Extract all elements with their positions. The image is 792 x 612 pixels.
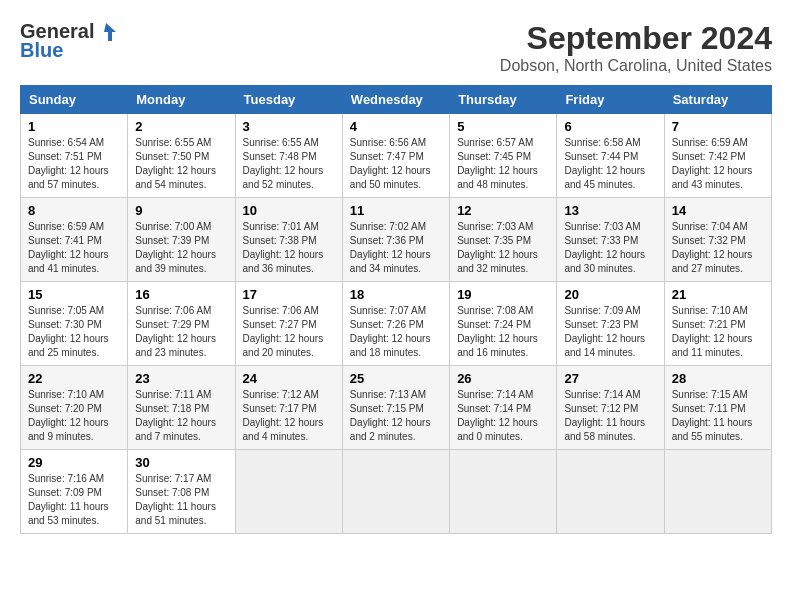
day-detail: Sunrise: 7:13 AMSunset: 7:15 PMDaylight:… — [350, 389, 431, 442]
calendar-cell: 26 Sunrise: 7:14 AMSunset: 7:14 PMDaylig… — [450, 366, 557, 450]
page-title: September 2024 — [500, 20, 772, 57]
day-number: 10 — [243, 203, 335, 218]
day-number: 29 — [28, 455, 120, 470]
logo: General Blue — [20, 20, 118, 62]
page-header: General Blue September 2024 Dobson, Nort… — [20, 20, 772, 75]
calendar-week-1: 1 Sunrise: 6:54 AMSunset: 7:51 PMDayligh… — [21, 114, 772, 198]
calendar-week-5: 29 Sunrise: 7:16 AMSunset: 7:09 PMDaylig… — [21, 450, 772, 534]
day-number: 26 — [457, 371, 549, 386]
day-detail: Sunrise: 7:17 AMSunset: 7:08 PMDaylight:… — [135, 473, 216, 526]
day-detail: Sunrise: 7:09 AMSunset: 7:23 PMDaylight:… — [564, 305, 645, 358]
calendar-table: Sunday Monday Tuesday Wednesday Thursday… — [20, 85, 772, 534]
header-thursday: Thursday — [450, 86, 557, 114]
day-number: 8 — [28, 203, 120, 218]
calendar-cell — [342, 450, 449, 534]
calendar-cell — [450, 450, 557, 534]
day-number: 15 — [28, 287, 120, 302]
calendar-cell: 10 Sunrise: 7:01 AMSunset: 7:38 PMDaylig… — [235, 198, 342, 282]
day-detail: Sunrise: 7:10 AMSunset: 7:21 PMDaylight:… — [672, 305, 753, 358]
calendar-cell: 27 Sunrise: 7:14 AMSunset: 7:12 PMDaylig… — [557, 366, 664, 450]
day-detail: Sunrise: 6:59 AMSunset: 7:42 PMDaylight:… — [672, 137, 753, 190]
logo-arrow-icon — [96, 21, 118, 43]
day-detail: Sunrise: 7:14 AMSunset: 7:14 PMDaylight:… — [457, 389, 538, 442]
day-detail: Sunrise: 7:01 AMSunset: 7:38 PMDaylight:… — [243, 221, 324, 274]
header-friday: Friday — [557, 86, 664, 114]
calendar-cell: 7 Sunrise: 6:59 AMSunset: 7:42 PMDayligh… — [664, 114, 771, 198]
day-detail: Sunrise: 7:08 AMSunset: 7:24 PMDaylight:… — [457, 305, 538, 358]
svg-marker-0 — [104, 23, 116, 41]
day-detail: Sunrise: 6:56 AMSunset: 7:47 PMDaylight:… — [350, 137, 431, 190]
page-subtitle: Dobson, North Carolina, United States — [500, 57, 772, 75]
day-detail: Sunrise: 7:05 AMSunset: 7:30 PMDaylight:… — [28, 305, 109, 358]
calendar-cell: 2 Sunrise: 6:55 AMSunset: 7:50 PMDayligh… — [128, 114, 235, 198]
calendar-cell: 30 Sunrise: 7:17 AMSunset: 7:08 PMDaylig… — [128, 450, 235, 534]
day-detail: Sunrise: 7:02 AMSunset: 7:36 PMDaylight:… — [350, 221, 431, 274]
day-number: 30 — [135, 455, 227, 470]
day-detail: Sunrise: 6:54 AMSunset: 7:51 PMDaylight:… — [28, 137, 109, 190]
calendar-cell: 11 Sunrise: 7:02 AMSunset: 7:36 PMDaylig… — [342, 198, 449, 282]
day-detail: Sunrise: 7:14 AMSunset: 7:12 PMDaylight:… — [564, 389, 645, 442]
calendar-cell: 23 Sunrise: 7:11 AMSunset: 7:18 PMDaylig… — [128, 366, 235, 450]
calendar-week-2: 8 Sunrise: 6:59 AMSunset: 7:41 PMDayligh… — [21, 198, 772, 282]
calendar-cell — [664, 450, 771, 534]
day-number: 9 — [135, 203, 227, 218]
day-number: 3 — [243, 119, 335, 134]
calendar-cell: 9 Sunrise: 7:00 AMSunset: 7:39 PMDayligh… — [128, 198, 235, 282]
calendar-cell: 4 Sunrise: 6:56 AMSunset: 7:47 PMDayligh… — [342, 114, 449, 198]
day-detail: Sunrise: 7:12 AMSunset: 7:17 PMDaylight:… — [243, 389, 324, 442]
day-detail: Sunrise: 7:06 AMSunset: 7:27 PMDaylight:… — [243, 305, 324, 358]
calendar-cell: 22 Sunrise: 7:10 AMSunset: 7:20 PMDaylig… — [21, 366, 128, 450]
calendar-week-3: 15 Sunrise: 7:05 AMSunset: 7:30 PMDaylig… — [21, 282, 772, 366]
day-detail: Sunrise: 7:00 AMSunset: 7:39 PMDaylight:… — [135, 221, 216, 274]
day-detail: Sunrise: 6:58 AMSunset: 7:44 PMDaylight:… — [564, 137, 645, 190]
calendar-cell: 19 Sunrise: 7:08 AMSunset: 7:24 PMDaylig… — [450, 282, 557, 366]
day-number: 16 — [135, 287, 227, 302]
day-number: 18 — [350, 287, 442, 302]
header-saturday: Saturday — [664, 86, 771, 114]
header-monday: Monday — [128, 86, 235, 114]
calendar-cell: 5 Sunrise: 6:57 AMSunset: 7:45 PMDayligh… — [450, 114, 557, 198]
day-number: 17 — [243, 287, 335, 302]
day-number: 12 — [457, 203, 549, 218]
day-detail: Sunrise: 7:11 AMSunset: 7:18 PMDaylight:… — [135, 389, 216, 442]
day-number: 4 — [350, 119, 442, 134]
calendar-cell: 29 Sunrise: 7:16 AMSunset: 7:09 PMDaylig… — [21, 450, 128, 534]
calendar-cell — [235, 450, 342, 534]
day-detail: Sunrise: 7:03 AMSunset: 7:33 PMDaylight:… — [564, 221, 645, 274]
day-detail: Sunrise: 7:04 AMSunset: 7:32 PMDaylight:… — [672, 221, 753, 274]
day-number: 20 — [564, 287, 656, 302]
calendar-cell: 21 Sunrise: 7:10 AMSunset: 7:21 PMDaylig… — [664, 282, 771, 366]
day-number: 19 — [457, 287, 549, 302]
calendar-week-4: 22 Sunrise: 7:10 AMSunset: 7:20 PMDaylig… — [21, 366, 772, 450]
day-detail: Sunrise: 6:55 AMSunset: 7:50 PMDaylight:… — [135, 137, 216, 190]
calendar-cell: 25 Sunrise: 7:13 AMSunset: 7:15 PMDaylig… — [342, 366, 449, 450]
calendar-cell: 15 Sunrise: 7:05 AMSunset: 7:30 PMDaylig… — [21, 282, 128, 366]
calendar-cell: 14 Sunrise: 7:04 AMSunset: 7:32 PMDaylig… — [664, 198, 771, 282]
calendar-cell: 28 Sunrise: 7:15 AMSunset: 7:11 PMDaylig… — [664, 366, 771, 450]
day-number: 21 — [672, 287, 764, 302]
calendar-cell: 6 Sunrise: 6:58 AMSunset: 7:44 PMDayligh… — [557, 114, 664, 198]
logo-text-blue: Blue — [20, 39, 63, 62]
day-number: 11 — [350, 203, 442, 218]
day-number: 1 — [28, 119, 120, 134]
calendar-cell: 18 Sunrise: 7:07 AMSunset: 7:26 PMDaylig… — [342, 282, 449, 366]
calendar-cell: 8 Sunrise: 6:59 AMSunset: 7:41 PMDayligh… — [21, 198, 128, 282]
day-detail: Sunrise: 7:03 AMSunset: 7:35 PMDaylight:… — [457, 221, 538, 274]
calendar-cell: 1 Sunrise: 6:54 AMSunset: 7:51 PMDayligh… — [21, 114, 128, 198]
calendar-cell: 13 Sunrise: 7:03 AMSunset: 7:33 PMDaylig… — [557, 198, 664, 282]
day-number: 7 — [672, 119, 764, 134]
header-row: Sunday Monday Tuesday Wednesday Thursday… — [21, 86, 772, 114]
day-detail: Sunrise: 6:57 AMSunset: 7:45 PMDaylight:… — [457, 137, 538, 190]
day-detail: Sunrise: 7:15 AMSunset: 7:11 PMDaylight:… — [672, 389, 753, 442]
day-number: 2 — [135, 119, 227, 134]
day-detail: Sunrise: 7:10 AMSunset: 7:20 PMDaylight:… — [28, 389, 109, 442]
calendar-cell: 24 Sunrise: 7:12 AMSunset: 7:17 PMDaylig… — [235, 366, 342, 450]
calendar-cell: 3 Sunrise: 6:55 AMSunset: 7:48 PMDayligh… — [235, 114, 342, 198]
header-sunday: Sunday — [21, 86, 128, 114]
day-number: 24 — [243, 371, 335, 386]
day-number: 6 — [564, 119, 656, 134]
calendar-cell: 16 Sunrise: 7:06 AMSunset: 7:29 PMDaylig… — [128, 282, 235, 366]
day-number: 27 — [564, 371, 656, 386]
calendar-body: 1 Sunrise: 6:54 AMSunset: 7:51 PMDayligh… — [21, 114, 772, 534]
day-number: 13 — [564, 203, 656, 218]
